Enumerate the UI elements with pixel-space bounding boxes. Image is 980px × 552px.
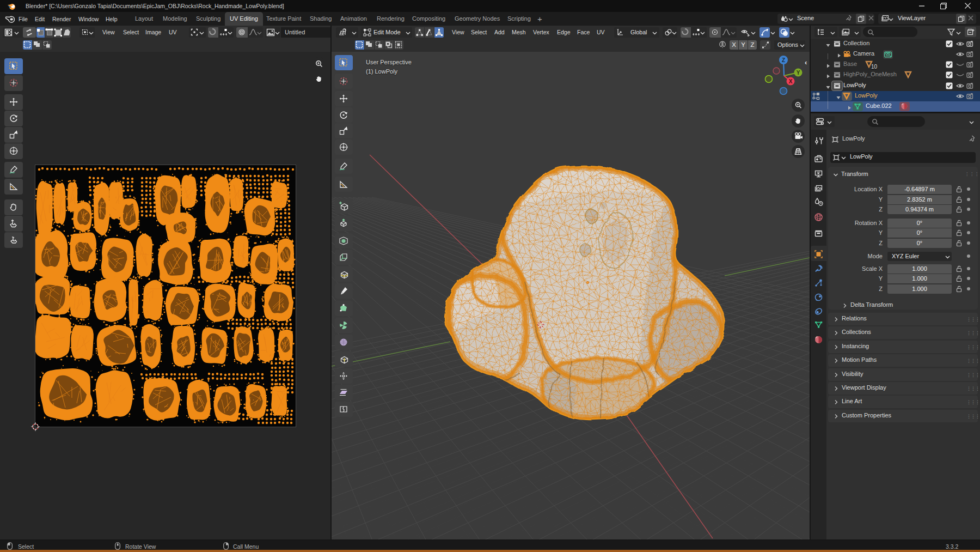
svg-text:Z: Z bbox=[782, 57, 785, 63]
svg-text:Y: Y bbox=[797, 70, 800, 76]
svg-text:X: X bbox=[789, 78, 793, 84]
